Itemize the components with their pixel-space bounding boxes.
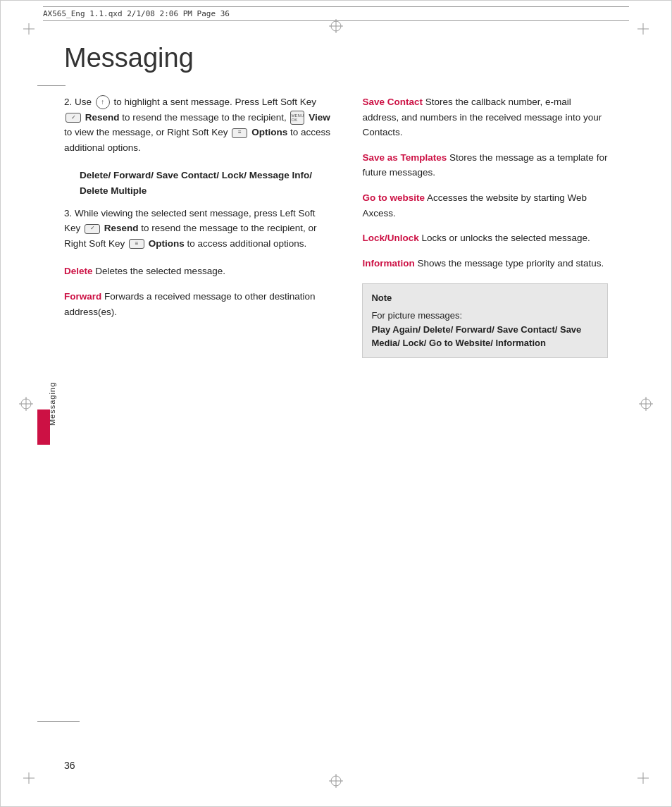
- left-soft-key-icon: ✓: [66, 113, 81, 123]
- content-columns: 2. Use ↑ to highlight a sent message. Pr…: [64, 94, 608, 358]
- main-content: Messaging 2. Use ↑ to highlight a sent m…: [64, 43, 608, 750]
- information-entry: Information Shows the message type prior…: [362, 256, 608, 271]
- note-prefix: For picture messages:: [371, 309, 599, 323]
- left-column: 2. Use ↑ to highlight a sent message. Pr…: [64, 94, 334, 358]
- delete-text: Deletes the selected message.: [95, 266, 225, 276]
- step-3: 3. While viewing the selected sent messa…: [64, 206, 334, 252]
- left-soft-key-icon-2: ✓: [85, 224, 100, 234]
- forward-text: Forwards a received message to other des…: [64, 291, 315, 317]
- header-file-info: AX565_Eng 1.1.qxd 2/1/08 2:06 PM Page 36: [43, 9, 230, 18]
- step3-text2: to access additional options.: [187, 238, 307, 249]
- forward-label: Forward: [64, 291, 101, 302]
- note-body: Play Again/ Delete/ Forward/ Save Contac…: [371, 323, 599, 350]
- forward-entry: Forward Forwards a received message to o…: [64, 289, 334, 319]
- reg-cross-right: [638, 396, 654, 412]
- page-container: AX565_Eng 1.1.qxd 2/1/08 2:06 PM Page 36: [0, 0, 672, 807]
- step-2: 2. Use ↑ to highlight a sent message. Pr…: [64, 94, 334, 155]
- step2-heading: Delete/ Forward/ Save Contact/ Lock/ Mes…: [80, 168, 334, 198]
- step2-options-label: Options: [251, 127, 287, 137]
- information-label: Information: [362, 258, 414, 269]
- goto-website-label: Go to website: [362, 192, 425, 203]
- save-contact-label: Save Contact: [362, 97, 423, 107]
- right-soft-key-icon: ≡: [232, 128, 247, 138]
- left-sep-top: [37, 85, 66, 86]
- delete-label: Delete: [64, 266, 93, 276]
- reg-mark-top-right: [636, 22, 650, 36]
- lock-entry: Lock/Unlock Locks or unlocks the selecte…: [362, 230, 608, 246]
- save-templates-entry: Save as Templates Stores the message as …: [362, 150, 608, 180]
- reg-cross-top: [328, 18, 344, 34]
- reg-mark-bottom-right: [636, 771, 650, 785]
- right-column: Save Contact Stores the callback number,…: [362, 94, 608, 358]
- step2-prefix: 2. Use: [64, 97, 94, 107]
- delete-entry: Delete Deletes the selected message.: [64, 264, 334, 279]
- menu-ok-icon: MENUOK: [290, 111, 304, 125]
- page-number: 36: [64, 760, 75, 771]
- step2-text3: to view the message, or Right Soft Key: [64, 127, 230, 137]
- note-title: Note: [371, 291, 599, 306]
- reg-cross-left: [18, 396, 34, 412]
- information-text: Shows the message type priority and stat…: [417, 258, 604, 269]
- reg-mark-bottom-left: [22, 771, 36, 785]
- lock-text: Locks or unlocks the selected message.: [421, 233, 590, 243]
- step2-text1: to highlight a sent message. Press Left …: [114, 97, 316, 107]
- save-contact-entry: Save Contact Stores the callback number,…: [362, 94, 608, 140]
- nav-icon: ↑: [96, 95, 110, 109]
- sidebar-pink-block: [37, 409, 50, 445]
- step2-resend-label: Resend: [85, 112, 120, 123]
- lock-label: Lock/Unlock: [362, 233, 418, 243]
- save-templates-label: Save as Templates: [362, 152, 447, 163]
- note-box: Note For picture messages: Play Again/ D…: [362, 283, 608, 357]
- reg-cross-bottom: [328, 773, 344, 789]
- right-soft-key-icon-2: ≡: [129, 239, 144, 249]
- goto-website-entry: Go to website Accesses the website by st…: [362, 190, 608, 221]
- reg-mark-top-left: [22, 22, 36, 36]
- step3-resend-label: Resend: [104, 223, 139, 233]
- step2-view-label: View: [309, 112, 330, 123]
- step3-options-label: Options: [149, 238, 185, 249]
- step2-text2: to resend the message to the recipient,: [122, 112, 289, 123]
- page-title: Messaging: [64, 43, 608, 73]
